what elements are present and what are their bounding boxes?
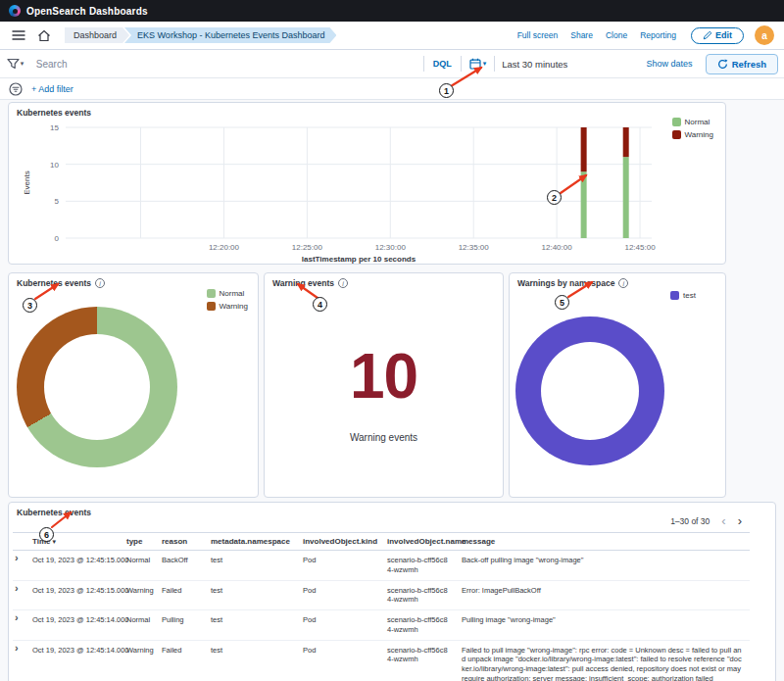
legend-item-warning[interactable]: Warning — [672, 130, 714, 139]
filter-bar: + Add filter — [0, 78, 784, 100]
column-header-involvedobject-name[interactable]: involvedObject.name — [381, 533, 456, 551]
table-row: ›Oct 19, 2023 @ 12:45:14.000NormalPullin… — [13, 610, 750, 641]
annotation-step-5: 5 — [555, 295, 569, 310]
metric-label: Warning events — [265, 432, 503, 443]
user-avatar[interactable]: a — [755, 25, 774, 45]
cell-namespace: test — [205, 551, 297, 581]
annotation-step-3: 3 — [23, 298, 37, 313]
full-screen-link[interactable]: Full screen — [517, 30, 559, 40]
panel-title: Warning eventsi — [272, 278, 348, 288]
column-header-label: involvedObject.kind — [303, 537, 377, 546]
expand-row-icon[interactable]: › — [15, 644, 19, 652]
events-table: Time▾typereasonmetadata.namespaceinvolve… — [13, 532, 750, 681]
legend-color-test — [670, 291, 679, 300]
cell-message: Pulling image "wrong-image" — [456, 610, 750, 641]
cell-message: Back-off pulling image "wrong-image" — [456, 551, 750, 581]
dashboard-content: Kubernetes events 05101512:20:0012:25:00… — [0, 100, 784, 681]
cell-reason: Failed — [156, 580, 205, 610]
info-icon[interactable]: i — [338, 278, 348, 288]
edit-button[interactable]: Edit — [691, 27, 744, 44]
add-filter-link[interactable]: + Add filter — [31, 84, 74, 94]
expand-row-icon[interactable]: › — [15, 613, 19, 621]
svg-text:12:35:00: 12:35:00 — [459, 243, 490, 252]
expand-row-icon[interactable]: › — [15, 584, 19, 592]
chevron-right-icon[interactable]: › — [738, 516, 742, 526]
column-header-label: message — [462, 537, 495, 546]
cell-time: Oct 19, 2023 @ 12:45:15.000 — [26, 580, 121, 610]
events-histogram-chart[interactable]: 05101512:20:0012:25:0012:30:0012:35:0012… — [17, 120, 719, 265]
opensearch-logo-icon — [9, 5, 21, 17]
column-header-message[interactable]: message — [456, 533, 750, 551]
cell-name: scenario-b-cff56c84-wzwmh — [381, 640, 456, 681]
cell-name: scenario-b-cff56c84-wzwmh — [381, 580, 456, 610]
events-donut-chart[interactable] — [17, 307, 177, 467]
cell-namespace: test — [205, 640, 297, 681]
panel-events-histogram: Kubernetes events 05101512:20:0012:25:00… — [8, 102, 726, 265]
cell-reason: BackOff — [156, 551, 205, 581]
home-button[interactable] — [35, 27, 53, 44]
column-header-involvedobject-kind[interactable]: involvedObject.kind — [297, 533, 381, 551]
time-range-label[interactable]: Last 30 minutes — [495, 59, 646, 70]
panel-namespace-donut: Warnings by namespacei test — [509, 272, 726, 498]
cell-type: Normal — [121, 551, 156, 581]
refresh-button[interactable]: Refresh — [706, 54, 778, 74]
annotation-step-4: 4 — [313, 297, 327, 312]
annotation-step-2: 2 — [547, 190, 562, 205]
legend-item-normal[interactable]: Normal — [207, 289, 249, 298]
panel-events-table: Kubernetes events 1–30 of 30 ‹ › Time▾ty… — [8, 502, 776, 681]
reporting-link[interactable]: Reporting — [640, 30, 676, 40]
nav-actions: Full screen Share Clone Reporting Edit a — [505, 25, 774, 45]
panel-title-text: Kubernetes events — [17, 108, 91, 118]
svg-text:0: 0 — [55, 234, 60, 243]
expander-column-header — [13, 533, 26, 551]
info-icon[interactable]: i — [95, 278, 105, 288]
cell-kind: Pod — [297, 640, 381, 681]
global-header: OpenSearch Dashboards — [0, 0, 784, 22]
brand-secondary: Dashboards — [89, 6, 148, 17]
home-icon — [37, 29, 51, 42]
cell-type: Warning — [121, 640, 156, 681]
column-header-label: reason — [162, 537, 187, 546]
breadcrumb-dashboard[interactable]: Dashboard — [65, 27, 129, 43]
column-header-label: metadata.namespace — [211, 537, 290, 546]
svg-text:12:20:00: 12:20:00 — [209, 243, 240, 252]
expand-row-icon[interactable]: › — [15, 554, 19, 561]
svg-text:12:25:00: 12:25:00 — [292, 243, 323, 252]
column-header-label: involvedObject.name — [387, 537, 466, 546]
show-dates-link[interactable]: Show dates — [647, 59, 693, 69]
svg-text:lastTimestamp per 10 seconds: lastTimestamp per 10 seconds — [302, 255, 416, 264]
chevron-left-icon[interactable]: ‹ — [721, 516, 725, 526]
legend-item-normal[interactable]: Normal — [672, 118, 714, 126]
menu-button[interactable] — [10, 27, 27, 43]
cell-name: scenario-b-cff56c84-wzwmh — [381, 551, 456, 581]
legend-color-normal — [207, 289, 216, 298]
query-language-button[interactable]: DQL — [424, 59, 461, 69]
panel-title: Warnings by namespacei — [517, 278, 628, 288]
cell-namespace: test — [205, 580, 297, 610]
legend-label: Warning — [220, 302, 249, 311]
filter-options-button[interactable] — [9, 82, 23, 96]
pencil-icon — [703, 30, 712, 40]
search-input[interactable] — [30, 51, 423, 76]
cell-name: scenario-b-cff56c84-wzwmh — [381, 610, 456, 641]
legend-label: Normal — [685, 118, 710, 126]
column-header-type[interactable]: type — [121, 533, 156, 551]
cell-type: Normal — [121, 610, 156, 641]
cell-kind: Pod — [297, 551, 381, 581]
column-header-reason[interactable]: reason — [156, 533, 205, 551]
clone-link[interactable]: Clone — [606, 30, 627, 40]
menu-icon — [12, 29, 25, 41]
share-link[interactable]: Share — [570, 30, 593, 40]
chevron-down-icon: ▾ — [483, 60, 487, 68]
date-quick-select-button[interactable]: ▾ — [462, 58, 495, 70]
saved-query-button[interactable]: ▾ — [0, 50, 30, 77]
chart-legend: Normal Warning — [207, 289, 249, 311]
info-icon[interactable]: i — [618, 278, 628, 288]
cell-time: Oct 19, 2023 @ 12:45:14.000 — [26, 610, 121, 641]
legend-item-warning[interactable]: Warning — [207, 302, 249, 311]
pagination: 1–30 of 30 ‹ › — [670, 516, 742, 526]
namespace-donut-chart[interactable] — [515, 316, 664, 465]
legend-item-test[interactable]: test — [670, 291, 696, 300]
column-header-metadata-namespace[interactable]: metadata.namespace — [205, 533, 297, 551]
cell-namespace: test — [205, 610, 297, 641]
